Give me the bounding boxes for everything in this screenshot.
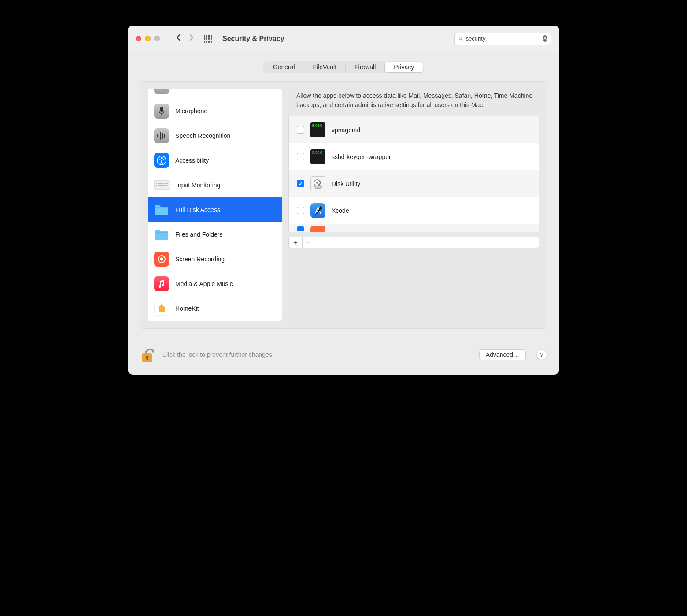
svg-rect-2 (160, 107, 163, 112)
app-checkbox[interactable] (297, 153, 304, 160)
svg-rect-21 (158, 185, 159, 186)
sidebar-item-homekit[interactable]: HomeKit (148, 296, 282, 321)
tab-privacy[interactable]: Privacy (385, 62, 423, 72)
sidebar-item-media-apple-music[interactable]: Media & Apple Music (148, 271, 282, 296)
svg-rect-24 (167, 185, 168, 186)
app-checkbox[interactable] (297, 126, 304, 134)
app-checkbox[interactable] (297, 226, 304, 231)
toolbar: Security & Privacy ✕ (128, 26, 559, 52)
app-checkbox[interactable] (297, 180, 304, 187)
lock-text: Click the lock to prevent further change… (162, 351, 473, 358)
zoom-window-button[interactable] (154, 36, 160, 41)
terminal-icon: exec (310, 122, 325, 137)
app-row[interactable]: exec sshd-keygen-wrapper (289, 143, 539, 170)
svg-rect-20 (156, 185, 157, 186)
sidebar-item-speech-recognition[interactable]: Speech Recognition (148, 123, 282, 148)
help-button[interactable]: ? (536, 349, 547, 360)
app-list[interactable]: exec vpnagentd exec sshd-keygen-wrapper … (288, 116, 539, 232)
remove-button[interactable]: − (302, 237, 315, 248)
sidebar-item-label: Microphone (175, 108, 207, 115)
sidebar-item-label: Accessibility (175, 157, 209, 164)
svg-rect-16 (161, 183, 163, 184)
app-name: Disk Utility (332, 180, 360, 187)
music-icon (154, 276, 169, 291)
search-icon (458, 36, 463, 42)
app-name: vpnagentd (332, 126, 360, 134)
svg-point-12 (161, 157, 163, 159)
svg-rect-14 (158, 183, 159, 184)
svg-point-29 (316, 182, 318, 184)
svg-rect-19 (166, 183, 168, 184)
sidebar-item-microphone[interactable]: Microphone (148, 99, 282, 123)
segmented-control: General FileVault Firewall Privacy (263, 61, 424, 73)
body: General FileVault Firewall Privacy Micro… (128, 52, 559, 338)
app-name: Xcode (332, 207, 349, 214)
folder-icon (154, 202, 169, 217)
tab-firewall[interactable]: Firewall (346, 62, 385, 72)
sidebar-item-label: Files and Folders (175, 231, 222, 238)
advanced-button[interactable]: Advanced… (479, 349, 526, 360)
sidebar-item-files-and-folders[interactable]: Files and Folders (148, 222, 282, 247)
clear-search-icon[interactable]: ✕ (543, 35, 547, 42)
close-window-button[interactable] (136, 36, 141, 41)
sidebar-item-label: HomeKit (175, 305, 199, 312)
privacy-panel: Microphone Speech Recognition Accessibil… (140, 81, 547, 329)
tab-bar: General FileVault Firewall Privacy (140, 61, 547, 73)
app-name: sshd-keygen-wrapper (332, 153, 391, 160)
add-button[interactable]: ＋ (289, 237, 302, 248)
svg-rect-15 (159, 183, 161, 184)
sidebar-item-partial[interactable] (148, 89, 282, 99)
record-icon (154, 252, 169, 267)
back-button[interactable] (176, 34, 181, 43)
sidebar-item-full-disk-access[interactable]: Full Disk Access (148, 197, 282, 222)
sidebar-item-label: Full Disk Access (175, 206, 220, 213)
home-icon (154, 301, 169, 316)
svg-rect-17 (163, 183, 164, 184)
svg-rect-22 (159, 185, 165, 186)
app-checkbox[interactable] (297, 207, 304, 214)
sidebar-item-label: Input Monitoring (176, 182, 220, 189)
search-input[interactable] (466, 35, 540, 42)
window-title: Security & Privacy (222, 35, 448, 43)
svg-rect-13 (156, 183, 157, 184)
preferences-window: Security & Privacy ✕ General FileVault F… (128, 26, 559, 375)
microphone-icon (154, 104, 169, 119)
disk-utility-icon (310, 176, 325, 191)
sidebar-item-input-monitoring[interactable]: Input Monitoring (148, 173, 282, 197)
tab-general[interactable]: General (264, 62, 304, 72)
svg-rect-23 (165, 185, 166, 186)
accessibility-icon (154, 153, 169, 168)
sidebar-item-screen-recording[interactable]: Screen Recording (148, 247, 282, 271)
footer: Click the lock to prevent further change… (128, 338, 559, 375)
svg-line-1 (462, 39, 463, 41)
search-field[interactable]: ✕ (454, 33, 551, 45)
app-row[interactable]: exec vpnagentd (289, 116, 539, 143)
sidebar-item-label: Speech Recognition (175, 132, 230, 139)
forward-button (189, 34, 194, 43)
show-all-icon[interactable] (204, 35, 212, 43)
minimize-window-button[interactable] (145, 36, 151, 41)
nav-arrows (176, 34, 194, 43)
sidebar-item-label: Media & Apple Music (175, 280, 233, 287)
lock-icon[interactable] (140, 345, 156, 364)
generic-icon (154, 89, 169, 94)
app-row[interactable] (289, 224, 539, 232)
folder-icon (154, 227, 169, 242)
privacy-category-list[interactable]: Microphone Speech Recognition Accessibil… (148, 89, 282, 321)
tab-filevault[interactable]: FileVault (304, 62, 346, 72)
svg-point-26 (160, 258, 163, 261)
keyboard-icon (154, 180, 170, 190)
waveform-icon (154, 128, 169, 143)
sidebar-item-accessibility[interactable]: Accessibility (148, 148, 282, 173)
sidebar-item-label: Screen Recording (175, 256, 225, 263)
description-text: Allow the apps below to access data like… (288, 89, 539, 116)
app-row[interactable]: Disk Utility (289, 170, 539, 197)
xcode-icon (310, 203, 325, 218)
svg-rect-33 (147, 357, 148, 360)
traffic-lights (136, 36, 160, 41)
terminal-icon: exec (310, 149, 325, 164)
svg-rect-18 (165, 183, 166, 184)
app-row[interactable]: Xcode (289, 197, 539, 224)
list-controls: ＋ − (288, 237, 539, 248)
right-pane: Allow the apps below to access data like… (288, 89, 539, 321)
